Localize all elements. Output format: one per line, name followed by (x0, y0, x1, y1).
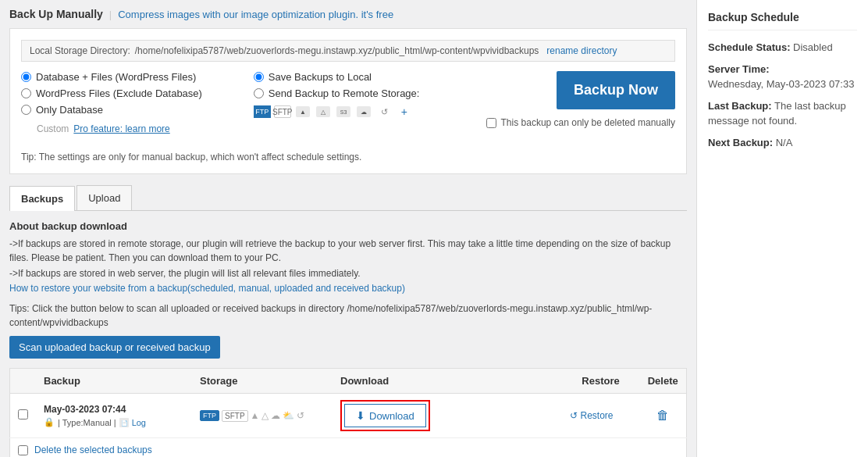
page-header: Back Up Manually | Compress images with … (9, 8, 687, 20)
tab-upload[interactable]: Upload (76, 185, 132, 210)
lock-icon: 🔒 (44, 417, 55, 427)
delete-selected-link[interactable]: Delete the selected backups (34, 445, 152, 455)
scan-button[interactable]: Scan uploaded backup or received backup (9, 336, 220, 359)
footer-checkbox[interactable] (18, 445, 28, 455)
row-sftp-icon: SFTP (222, 410, 248, 422)
row-backup-cell: May-03-2023 07:44 🔒 | Type:Manual | 📄 Lo… (36, 394, 192, 438)
sftp-icon: SFTP (274, 105, 291, 118)
about-line2: ->If backups are stored in web server, t… (9, 266, 687, 280)
about-line1: ->If backups are stored in remote storag… (9, 237, 687, 265)
col-spacer (500, 369, 562, 394)
radio-save-remote-label: Send Backup to Remote Storage: (269, 87, 420, 99)
tips-text: Tips: Click the button below to scan all… (9, 302, 687, 330)
remote-storage-icons: FTP SFTP ▲ △ S3 ☁ (254, 105, 471, 118)
rename-directory-link[interactable]: rename directory (546, 45, 617, 56)
header-divider: | (109, 9, 112, 20)
pro-link[interactable]: Pro feature: learn more (73, 123, 169, 134)
sidebar-title: Backup Schedule (708, 11, 857, 30)
row-dropbox-icon: ▲ (251, 410, 260, 421)
backup-now-button[interactable]: Backup Now (557, 71, 675, 109)
radio-save-local-label: Save Backups to Local (269, 71, 372, 83)
onedrive-icon: ☁ (355, 105, 372, 118)
local-storage-path: /home/nofelixipa5787/web/zuoverlords-meg… (135, 45, 539, 56)
download-btn-wrapper: ⬇ Download (340, 400, 430, 431)
svg-text:↺: ↺ (380, 107, 387, 116)
sidebar: Backup Schedule Schedule Status: Disable… (696, 0, 868, 457)
radio-save-remote-input[interactable] (254, 88, 264, 98)
table-row: May-03-2023 07:44 🔒 | Type:Manual | 📄 Lo… (10, 394, 687, 438)
sidebar-server-time: Server Time: Wednesday, May-03-2023 07:3… (708, 62, 857, 92)
table-footer: Delete the selected backups (9, 438, 687, 457)
radio-only-db[interactable]: Only Database (21, 104, 238, 116)
save-options-section: Save Backups to Local Send Backup to Rem… (254, 71, 471, 118)
delete-button[interactable]: 🗑 (656, 409, 669, 423)
col-check (10, 369, 37, 394)
backup-date: May-03-2023 07:44 (44, 404, 184, 415)
local-storage-label: Local Storage Directory: (30, 45, 130, 56)
radio-wp-files-input[interactable] (21, 88, 31, 98)
how-to-restore-link[interactable]: How to restore your website from a backu… (9, 283, 405, 294)
radio-db-files-input[interactable] (21, 72, 31, 82)
radio-save-local[interactable]: Save Backups to Local (254, 71, 471, 83)
row-checkbox[interactable] (18, 409, 28, 420)
last-backup-label: Last Backup: (708, 100, 772, 112)
restore-label: Restore (581, 410, 614, 421)
refresh-icon: ↺ (375, 105, 393, 118)
radio-save-local-input[interactable] (254, 72, 264, 82)
backup-type: | Type:Manual | (58, 418, 116, 427)
about-section: About backup download ->If backups are s… (9, 220, 687, 294)
row-onedrive-icon: ⛅ (283, 410, 294, 421)
s3-icon: S3 (335, 105, 352, 118)
col-storage-header: Storage (192, 369, 333, 394)
backup-actions: Backup Now This backup can only be delet… (486, 71, 675, 128)
server-time-value: Wednesday, May-03-2023 07:33 (708, 78, 854, 90)
next-backup-value: N/A (776, 137, 793, 148)
sidebar-last-backup: Last Backup: The last backup message not… (708, 98, 857, 129)
delete-manually-checkbox[interactable] (486, 118, 496, 128)
backup-config-box: Local Storage Directory: /home/nofelixip… (9, 28, 687, 174)
svg-text:△: △ (321, 109, 326, 116)
svg-text:S3: S3 (340, 109, 347, 115)
tabs-row: Backups Upload (9, 185, 687, 211)
sidebar-next-backup: Next Backup: N/A (708, 135, 857, 151)
radio-wp-files[interactable]: WordPress Files (Exclude Database) (21, 87, 238, 99)
radio-db-files-label: Database + Files (WordPress Files) (36, 71, 196, 83)
gdrive-icon: △ (315, 105, 332, 118)
row-checkbox-cell (10, 394, 37, 438)
radio-only-db-label: Only Database (36, 104, 103, 116)
promo-link[interactable]: Compress images with our image optimizat… (118, 9, 393, 20)
tip-text: Tip: The settings are only for manual ba… (21, 144, 675, 162)
download-button[interactable]: ⬇ Download (344, 404, 426, 427)
col-download-header: Download (333, 369, 500, 394)
row-spacer-cell (500, 394, 562, 438)
radio-save-remote[interactable]: Send Backup to Remote Storage: (254, 87, 471, 99)
restore-button[interactable]: ↺ Restore (570, 410, 614, 421)
delete-manually-row: This backup can only be deleted manually (486, 117, 675, 128)
col-delete-header: Delete (640, 369, 687, 394)
row-gdrive-icon: △ (261, 410, 269, 421)
page-title: Back Up Manually (9, 8, 103, 20)
schedule-status-value: Disabled (793, 41, 833, 53)
tab-backups[interactable]: Backups (9, 186, 75, 211)
col-backup-header: Backup (36, 369, 192, 394)
radio-only-db-input[interactable] (21, 105, 31, 115)
restore-icon: ↺ (570, 410, 578, 421)
row-download-cell: ⬇ Download (333, 394, 500, 438)
download-label: Download (369, 410, 414, 422)
ftp-icon: FTP (254, 105, 271, 118)
row-storage-icons: FTP SFTP ▲ △ ☁ ⛅ ↺ (200, 410, 325, 422)
log-file-icon: 📄 (119, 418, 129, 427)
dropbox-icon: ▲ (294, 105, 311, 118)
about-title: About backup download (9, 220, 687, 232)
add-storage-icon[interactable]: + (396, 105, 413, 118)
sidebar-schedule-status: Schedule Status: Disabled (708, 40, 857, 55)
log-link[interactable]: Log (132, 418, 146, 427)
next-backup-label: Next Backup: (708, 137, 773, 148)
radio-db-files[interactable]: Database + Files (WordPress Files) (21, 71, 238, 83)
custom-label: Custom (37, 123, 69, 134)
row-s3-icon: ☁ (271, 410, 280, 421)
row-storage-cell: FTP SFTP ▲ △ ☁ ⛅ ↺ (192, 394, 333, 438)
backup-meta: 🔒 | Type:Manual | 📄 Log (44, 417, 184, 427)
row-ftp-icon: FTP (200, 410, 219, 421)
row-refresh-icon: ↺ (297, 410, 304, 421)
